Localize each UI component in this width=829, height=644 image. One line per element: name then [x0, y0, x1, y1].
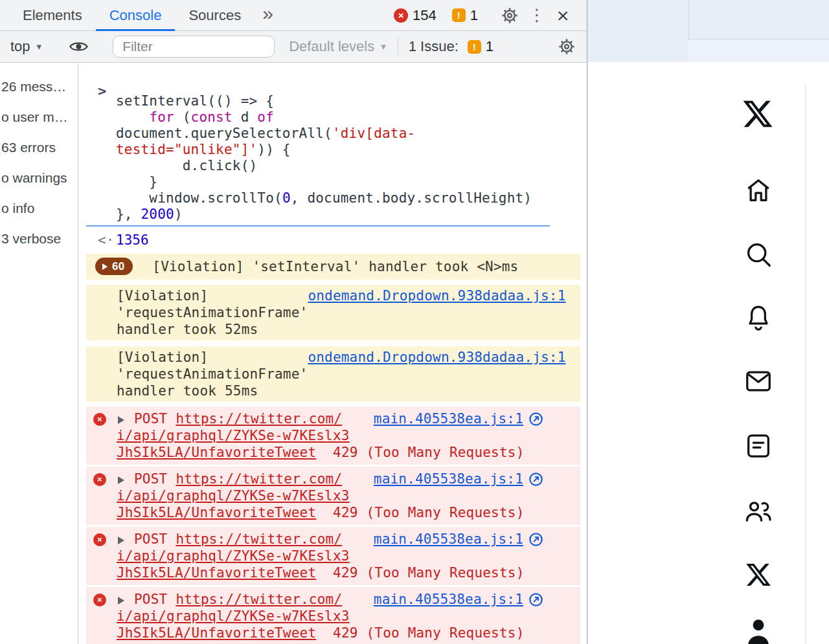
request-method: POST — [134, 471, 167, 487]
devtools-panel: Elements Console Sources » × 154 ! 1 ⋮ — [0, 0, 587, 644]
menu-icon[interactable]: ⋮ — [526, 5, 548, 27]
error-count: 154 — [413, 7, 437, 24]
tab-console-label: Console — [109, 7, 162, 24]
source-link[interactable]: ondemand.Dropdown.938dadaa.js:1 — [308, 349, 565, 366]
console-input-area[interactable]: > setInterval(() => { for (const d ofdoc… — [86, 84, 586, 227]
error-counter[interactable]: × 154 — [394, 7, 437, 24]
console-content: 26 mess… o user m… 63 errors o warnings … — [0, 63, 586, 644]
x-logo-icon[interactable] — [741, 97, 775, 131]
result-marker-icon: <· — [98, 232, 116, 249]
violation-detail: 'requestAnimationFrame' handler took 55m… — [117, 366, 308, 399]
page-header-area — [688, 39, 829, 62]
error-icon: × — [93, 413, 106, 426]
request-url[interactable]: i/api/graphql/ZYKSe-w7KEslx3 — [117, 548, 350, 564]
violation-count-badge[interactable]: 60 — [95, 258, 133, 275]
tab-elements[interactable]: Elements — [9, 0, 96, 31]
devtools-tabbar: Elements Console Sources » × 154 ! 1 ⋮ — [0, 0, 587, 31]
request-url[interactable]: JhSIk5LA/UnfavoriteTweet — [117, 445, 316, 460]
eye-icon[interactable] — [67, 36, 89, 58]
sidebar-item-all-messages[interactable]: 26 mess… — [0, 71, 78, 102]
network-initiator-icon[interactable] — [528, 412, 543, 427]
browser-page — [587, 0, 829, 644]
expand-arrow-icon[interactable] — [118, 537, 124, 544]
request-url[interactable]: i/api/graphql/ZYKSe-w7KEslx3 — [117, 428, 350, 443]
filter-input[interactable] — [113, 36, 275, 58]
network-initiator-icon[interactable] — [528, 532, 543, 547]
issues-counter[interactable]: 1 Issue: ! 1 — [409, 38, 494, 55]
console-log-rows: 60 [Violation] 'setInterval' handler too… — [86, 254, 580, 644]
console-error-row: × POST https://twitter.com/ main.405538e… — [86, 406, 580, 465]
request-method: POST — [134, 591, 167, 608]
sidebar-item-errors[interactable]: 63 errors — [0, 132, 78, 162]
communities-icon[interactable] — [744, 496, 773, 526]
status-text: 429 (Too Many Requests) — [333, 505, 524, 520]
premium-icon[interactable] — [745, 561, 772, 588]
toolbar-divider — [398, 38, 398, 55]
tab-console[interactable]: Console — [96, 0, 176, 31]
console-result-row: <· 1356 — [86, 232, 586, 249]
request-url[interactable]: JhSIk5LA/UnfavoriteTweet — [117, 625, 316, 641]
close-icon[interactable]: × — [552, 5, 574, 27]
sidebar-item-verbose[interactable]: 3 verbose — [0, 223, 78, 254]
request-url[interactable]: https://twitter.com/ — [176, 591, 342, 608]
console-error-row: × POST https://twitter.com/ main.405538e… — [86, 467, 580, 525]
tab-sources-label: Sources — [188, 7, 241, 24]
error-icon: × — [93, 533, 106, 546]
page-header-area — [587, 0, 688, 62]
timeline-left-border — [805, 83, 806, 644]
violation-row: [Violation] 'requestAnimationFrame' hand… — [86, 285, 580, 340]
input-underline — [86, 225, 550, 227]
violation-label: [Violation] — [117, 349, 308, 366]
expand-arrow-icon[interactable] — [118, 476, 124, 484]
tab-sources[interactable]: Sources — [175, 0, 255, 31]
result-value: 1356 — [116, 232, 149, 249]
request-method: POST — [134, 410, 167, 427]
messages-icon[interactable] — [744, 366, 773, 396]
context-label: top — [10, 38, 30, 55]
request-url[interactable]: https://twitter.com/ — [176, 410, 342, 427]
sidebar-item-user-messages[interactable]: o user m… — [0, 102, 78, 132]
expand-arrow-icon[interactable] — [118, 416, 124, 424]
settings-icon[interactable] — [499, 5, 521, 27]
more-tabs-icon[interactable]: » — [255, 3, 281, 25]
levels-label: Default levels — [289, 38, 374, 55]
violation-group-row[interactable]: 60 [Violation] 'setInterval' handler too… — [86, 254, 580, 280]
home-icon[interactable] — [744, 175, 773, 205]
notifications-icon[interactable] — [744, 303, 773, 333]
request-url[interactable]: i/api/graphql/ZYKSe-w7KEslx3 — [117, 488, 350, 504]
request-url[interactable]: https://twitter.com/ — [176, 531, 342, 548]
network-initiator-icon[interactable] — [528, 472, 543, 487]
violation-message: [Violation] 'setInterval' handler took <… — [152, 258, 518, 275]
request-url[interactable]: JhSIk5LA/UnfavoriteTweet — [117, 505, 316, 520]
request-url[interactable]: https://twitter.com/ — [176, 471, 342, 487]
context-selector[interactable]: top ▾ — [10, 38, 41, 55]
status-text: 429 (Too Many Requests) — [333, 625, 524, 641]
play-icon — [102, 263, 108, 270]
console-input[interactable]: setInterval(() => { for (const d ofdocum… — [116, 84, 586, 223]
request-url[interactable]: i/api/graphql/ZYKSe-w7KEslx3 — [117, 608, 350, 624]
sidebar-item-info[interactable]: o info — [0, 193, 78, 223]
profile-icon[interactable] — [744, 616, 773, 644]
violation-row: [Violation] 'requestAnimationFrame' hand… — [86, 346, 580, 402]
source-link[interactable]: main.405538ea.js:1 — [374, 531, 523, 548]
source-link[interactable]: ondemand.Dropdown.938dadaa.js:1 — [308, 287, 565, 304]
source-link[interactable]: main.405538ea.js:1 — [374, 591, 523, 608]
violation-label: [Violation] — [117, 287, 308, 304]
console-settings-icon[interactable] — [556, 36, 578, 58]
page-header-area — [688, 0, 829, 39]
sidebar-item-warnings[interactable]: o warnings — [0, 162, 78, 193]
default-levels-dropdown[interactable]: Default levels ▾ — [289, 38, 386, 55]
status-text: 429 (Too Many Requests) — [333, 565, 524, 581]
issue-warning-icon: ! — [468, 40, 481, 54]
source-link[interactable]: main.405538ea.js:1 — [374, 410, 523, 427]
expand-arrow-icon[interactable] — [118, 597, 124, 605]
network-initiator-icon[interactable] — [528, 592, 543, 607]
chevron-down-icon: ▾ — [37, 41, 42, 52]
warning-counter[interactable]: ! 1 — [452, 7, 478, 24]
source-link[interactable]: main.405538ea.js:1 — [374, 471, 523, 487]
issues-label: 1 Issue: — [409, 38, 459, 55]
chevron-down-icon: ▾ — [381, 41, 386, 52]
lists-icon[interactable] — [744, 431, 773, 461]
request-url[interactable]: JhSIk5LA/UnfavoriteTweet — [117, 565, 316, 581]
search-icon[interactable] — [744, 239, 773, 269]
